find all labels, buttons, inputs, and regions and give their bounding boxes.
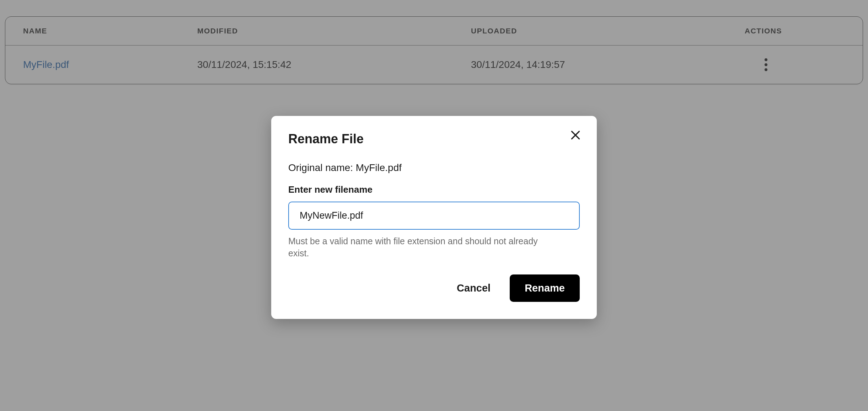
rename-button[interactable]: Rename: [510, 274, 580, 302]
new-filename-input[interactable]: [288, 202, 580, 230]
modal-actions: Cancel Rename: [288, 274, 580, 302]
modal-title: Rename File: [288, 132, 580, 146]
original-name-label: Original name: MyFile.pdf: [288, 162, 580, 174]
filename-help-text: Must be a valid name with file extension…: [288, 235, 551, 260]
rename-file-modal: Rename File Original name: MyFile.pdf En…: [271, 116, 597, 319]
close-icon: [569, 129, 582, 142]
new-filename-label: Enter new filename: [288, 184, 580, 195]
close-button[interactable]: [569, 129, 582, 142]
cancel-button[interactable]: Cancel: [453, 276, 494, 300]
modal-overlay[interactable]: Rename File Original name: MyFile.pdf En…: [0, 0, 868, 411]
